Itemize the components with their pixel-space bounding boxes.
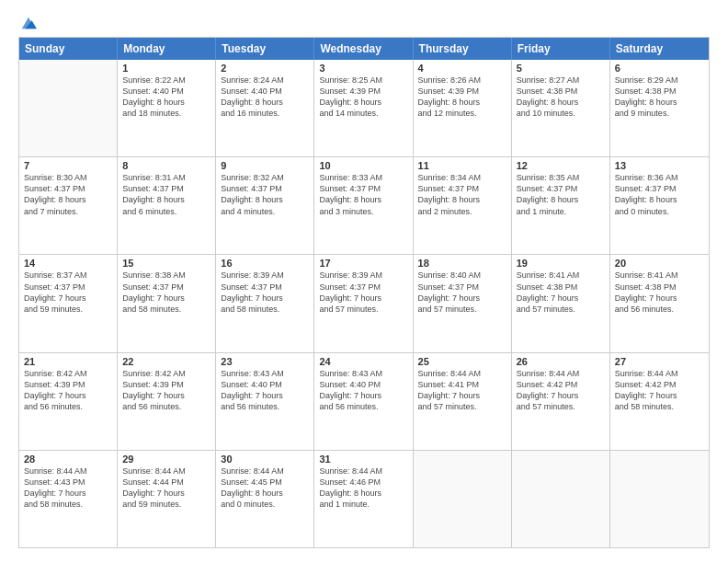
calendar-cell: 1Sunrise: 8:22 AM Sunset: 4:40 PM Daylig… — [118, 60, 216, 156]
header-day-monday: Monday — [118, 38, 216, 60]
calendar-cell: 13Sunrise: 8:36 AM Sunset: 4:37 PM Dayli… — [610, 157, 709, 254]
day-number: 25 — [418, 356, 506, 367]
day-info: Sunrise: 8:41 AM Sunset: 4:38 PM Dayligh… — [615, 270, 704, 315]
day-info: Sunrise: 8:39 AM Sunset: 4:37 PM Dayligh… — [319, 270, 407, 315]
calendar-cell: 24Sunrise: 8:43 AM Sunset: 4:40 PM Dayli… — [314, 353, 413, 450]
day-number: 2 — [221, 63, 309, 74]
calendar-row-3: 21Sunrise: 8:42 AM Sunset: 4:39 PM Dayli… — [19, 352, 709, 450]
day-number: 3 — [319, 63, 407, 74]
calendar-cell: 2Sunrise: 8:24 AM Sunset: 4:40 PM Daylig… — [216, 60, 314, 156]
day-info: Sunrise: 8:44 AM Sunset: 4:46 PM Dayligh… — [319, 465, 407, 511]
day-number: 24 — [319, 356, 407, 367]
day-info: Sunrise: 8:22 AM Sunset: 4:40 PM Dayligh… — [122, 75, 210, 120]
day-number: 14 — [24, 258, 112, 269]
day-number: 15 — [122, 258, 210, 269]
calendar-cell: 19Sunrise: 8:41 AM Sunset: 4:38 PM Dayli… — [512, 255, 610, 351]
day-info: Sunrise: 8:41 AM Sunset: 4:38 PM Dayligh… — [517, 270, 605, 315]
day-info: Sunrise: 8:37 AM Sunset: 4:37 PM Dayligh… — [24, 270, 112, 315]
day-number: 6 — [615, 63, 704, 74]
calendar-cell: 26Sunrise: 8:44 AM Sunset: 4:42 PM Dayli… — [512, 353, 610, 450]
day-info: Sunrise: 8:44 AM Sunset: 4:42 PM Dayligh… — [615, 368, 704, 413]
day-info: Sunrise: 8:44 AM Sunset: 4:44 PM Dayligh… — [122, 465, 210, 511]
day-info: Sunrise: 8:39 AM Sunset: 4:37 PM Dayligh… — [221, 270, 309, 315]
day-number: 19 — [517, 258, 605, 269]
calendar-row-1: 7Sunrise: 8:30 AM Sunset: 4:37 PM Daylig… — [19, 156, 709, 254]
day-info: Sunrise: 8:43 AM Sunset: 4:40 PM Dayligh… — [221, 368, 309, 413]
day-number: 5 — [517, 63, 605, 74]
day-info: Sunrise: 8:33 AM Sunset: 4:37 PM Dayligh… — [319, 172, 407, 217]
calendar-cell: 12Sunrise: 8:35 AM Sunset: 4:37 PM Dayli… — [512, 157, 610, 254]
calendar-cell — [19, 60, 118, 156]
day-number: 9 — [221, 160, 309, 171]
calendar-cell: 22Sunrise: 8:42 AM Sunset: 4:39 PM Dayli… — [118, 353, 216, 450]
day-number: 16 — [221, 258, 309, 269]
day-info: Sunrise: 8:32 AM Sunset: 4:37 PM Dayligh… — [221, 172, 309, 217]
calendar-cell: 28Sunrise: 8:44 AM Sunset: 4:43 PM Dayli… — [19, 451, 118, 547]
calendar-cell: 16Sunrise: 8:39 AM Sunset: 4:37 PM Dayli… — [216, 255, 314, 351]
calendar-cell: 9Sunrise: 8:32 AM Sunset: 4:37 PM Daylig… — [216, 157, 314, 254]
calendar-cell: 29Sunrise: 8:44 AM Sunset: 4:44 PM Dayli… — [118, 451, 216, 547]
day-number: 22 — [122, 356, 210, 367]
day-info: Sunrise: 8:44 AM Sunset: 4:41 PM Dayligh… — [418, 368, 506, 413]
day-info: Sunrise: 8:36 AM Sunset: 4:37 PM Dayligh… — [615, 172, 704, 217]
day-number: 26 — [517, 356, 605, 367]
calendar-cell: 8Sunrise: 8:31 AM Sunset: 4:37 PM Daylig… — [118, 157, 216, 254]
day-number: 10 — [319, 160, 407, 171]
header-day-saturday: Saturday — [610, 38, 709, 60]
day-number: 28 — [24, 454, 112, 465]
day-number: 31 — [319, 454, 407, 465]
calendar-cell: 11Sunrise: 8:34 AM Sunset: 4:37 PM Dayli… — [414, 157, 512, 254]
logo — [18, 15, 37, 29]
day-number: 7 — [24, 160, 112, 171]
calendar-row-4: 28Sunrise: 8:44 AM Sunset: 4:43 PM Dayli… — [19, 450, 709, 547]
day-number: 13 — [615, 160, 704, 171]
header-day-tuesday: Tuesday — [216, 38, 314, 60]
page: SundayMondayTuesdayWednesdayThursdayFrid… — [0, 0, 728, 563]
day-number: 18 — [418, 258, 506, 269]
header-day-friday: Friday — [512, 38, 610, 60]
day-number: 12 — [517, 160, 605, 171]
calendar-cell: 17Sunrise: 8:39 AM Sunset: 4:37 PM Dayli… — [314, 255, 413, 351]
day-info: Sunrise: 8:43 AM Sunset: 4:40 PM Dayligh… — [319, 368, 407, 413]
logo-icon — [20, 15, 37, 31]
day-info: Sunrise: 8:29 AM Sunset: 4:38 PM Dayligh… — [615, 75, 704, 120]
calendar-cell: 5Sunrise: 8:27 AM Sunset: 4:38 PM Daylig… — [512, 60, 610, 156]
day-number: 11 — [418, 160, 506, 171]
day-info: Sunrise: 8:38 AM Sunset: 4:37 PM Dayligh… — [122, 270, 210, 315]
day-info: Sunrise: 8:44 AM Sunset: 4:42 PM Dayligh… — [517, 368, 605, 413]
calendar-cell — [610, 451, 709, 547]
day-info: Sunrise: 8:42 AM Sunset: 4:39 PM Dayligh… — [24, 368, 112, 413]
day-number: 8 — [122, 160, 210, 171]
day-info: Sunrise: 8:25 AM Sunset: 4:39 PM Dayligh… — [319, 75, 407, 120]
calendar-cell: 4Sunrise: 8:26 AM Sunset: 4:39 PM Daylig… — [414, 60, 512, 156]
calendar-cell: 7Sunrise: 8:30 AM Sunset: 4:37 PM Daylig… — [19, 157, 118, 254]
calendar-cell: 20Sunrise: 8:41 AM Sunset: 4:38 PM Dayli… — [610, 255, 709, 351]
day-info: Sunrise: 8:31 AM Sunset: 4:37 PM Dayligh… — [122, 172, 210, 217]
header — [18, 15, 710, 29]
calendar-cell — [512, 451, 610, 547]
calendar-cell: 14Sunrise: 8:37 AM Sunset: 4:37 PM Dayli… — [19, 255, 118, 351]
calendar-cell: 27Sunrise: 8:44 AM Sunset: 4:42 PM Dayli… — [610, 353, 709, 450]
day-number: 1 — [122, 63, 210, 74]
day-info: Sunrise: 8:40 AM Sunset: 4:37 PM Dayligh… — [418, 270, 506, 315]
calendar-cell — [414, 451, 512, 547]
day-number: 4 — [418, 63, 506, 74]
calendar-header: SundayMondayTuesdayWednesdayThursdayFrid… — [19, 38, 709, 60]
day-info: Sunrise: 8:24 AM Sunset: 4:40 PM Dayligh… — [221, 75, 309, 120]
day-info: Sunrise: 8:27 AM Sunset: 4:38 PM Dayligh… — [517, 75, 605, 120]
calendar-cell: 30Sunrise: 8:44 AM Sunset: 4:45 PM Dayli… — [216, 451, 314, 547]
calendar-cell: 6Sunrise: 8:29 AM Sunset: 4:38 PM Daylig… — [610, 60, 709, 156]
calendar-row-2: 14Sunrise: 8:37 AM Sunset: 4:37 PM Dayli… — [19, 254, 709, 351]
header-day-sunday: Sunday — [19, 38, 118, 60]
header-day-wednesday: Wednesday — [314, 38, 413, 60]
calendar-cell: 23Sunrise: 8:43 AM Sunset: 4:40 PM Dayli… — [216, 353, 314, 450]
calendar-body: 1Sunrise: 8:22 AM Sunset: 4:40 PM Daylig… — [19, 60, 709, 547]
day-info: Sunrise: 8:30 AM Sunset: 4:37 PM Dayligh… — [24, 172, 112, 217]
calendar-cell: 10Sunrise: 8:33 AM Sunset: 4:37 PM Dayli… — [314, 157, 413, 254]
day-number: 17 — [319, 258, 407, 269]
day-info: Sunrise: 8:44 AM Sunset: 4:43 PM Dayligh… — [24, 465, 112, 511]
day-number: 21 — [24, 356, 112, 367]
calendar-cell: 3Sunrise: 8:25 AM Sunset: 4:39 PM Daylig… — [314, 60, 413, 156]
day-info: Sunrise: 8:35 AM Sunset: 4:37 PM Dayligh… — [517, 172, 605, 217]
calendar-cell: 31Sunrise: 8:44 AM Sunset: 4:46 PM Dayli… — [314, 451, 413, 547]
